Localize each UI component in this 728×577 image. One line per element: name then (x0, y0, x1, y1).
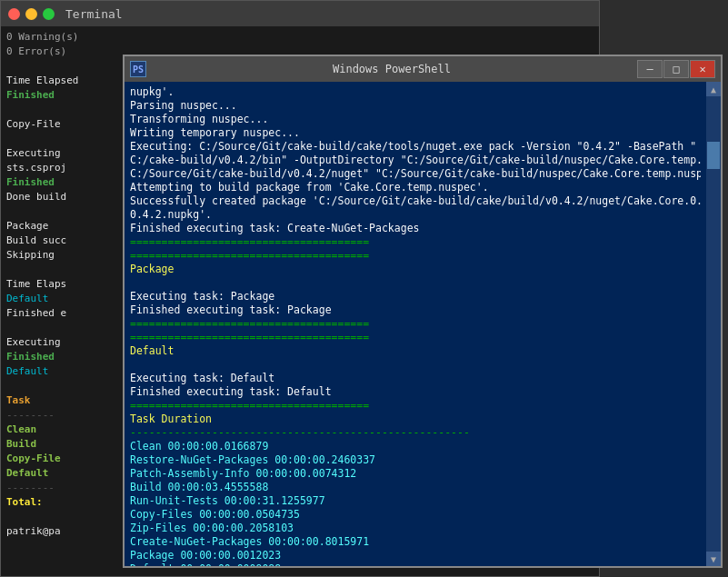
warning-count: 0 Warning(s) (6, 30, 593, 45)
ps-blank-2 (130, 358, 701, 372)
ps-minimize-btn[interactable]: – (637, 60, 663, 78)
ps-line-1: nupkg'. (130, 85, 701, 99)
ps-row-default: Default 00:00:00.0009088 (130, 562, 701, 566)
ps-row-tests: Run-Unit-Tests 00:00:31.1255977 (130, 494, 701, 508)
terminal-titlebar: Terminal (1, 1, 599, 26)
ps-body: nupkg'. Parsing nuspec... Transforming n… (125, 82, 721, 566)
ps-titlebar: PS Windows PowerShell – □ ✕ (125, 56, 721, 82)
ps-scroll-track[interactable] (707, 96, 720, 552)
ps-sep-5: ====================================== (130, 399, 701, 413)
ps-line-2: Parsing nuspec... (130, 99, 701, 113)
ps-table-header: Task Duration (130, 413, 701, 426)
ps-row-build: Build 00:00:03.4555588 (130, 481, 701, 494)
ps-exec-package: Executing task: Package (130, 290, 701, 303)
ps-default-header: Default (130, 344, 701, 358)
ps-scroll-thumb (707, 142, 720, 169)
ps-title: Windows PowerShell (150, 63, 633, 75)
ps-scroll-up[interactable]: ▲ (706, 82, 721, 96)
terminal-max-btn[interactable] (43, 8, 55, 20)
ps-row-restore: Restore-NuGet-Packages 00:00:00.2460337 (130, 453, 701, 467)
ps-row-copyfiles: Copy-Files 00:00:00.0504735 (130, 508, 701, 522)
ps-line-10: 0.4.2.nupkg'. (130, 208, 701, 222)
ps-table-sep-1: ----------------------------------------… (130, 426, 701, 440)
ps-line-8: Attempting to build package from 'Cake.C… (130, 181, 701, 194)
ps-line-4: Writing temporary nuspec... (130, 126, 701, 140)
ps-icon-text: PS (133, 65, 144, 75)
ps-exec-default: Executing task: Default (130, 372, 701, 385)
ps-icon: PS (130, 61, 146, 77)
terminal-close-btn[interactable] (8, 8, 20, 20)
ps-row-nuget: Create-NuGet-Packages 00:00:00.8015971 (130, 535, 701, 549)
ps-package-header: Package (130, 263, 701, 276)
ps-row-package: Package 00:00:00.0012023 (130, 549, 701, 562)
terminal-min-btn[interactable] (25, 8, 37, 20)
ps-line-3: Transforming nuspec... (130, 113, 701, 126)
ps-scroll-down[interactable]: ▼ (706, 552, 721, 566)
ps-row-patch: Patch-Assembly-Info 00:00:00.0074312 (130, 467, 701, 481)
ps-row-clean: Clean 00:00:00.0166879 (130, 440, 701, 453)
ps-close-btn[interactable]: ✕ (690, 60, 715, 78)
ps-line-6: C:/cake-build/v0.4.2/bin" -OutputDirecto… (130, 154, 701, 167)
ps-sep-3: ====================================== (130, 317, 701, 331)
ps-fin-package: Finished executing task: Package (130, 303, 701, 317)
ps-blank-1 (130, 276, 701, 290)
ps-maximize-btn[interactable]: □ (663, 60, 689, 78)
ps-sep-2: ====================================== (130, 249, 701, 263)
ps-line-7: C:/Source/Git/cake-build/v0.4.2/nuget" "… (130, 167, 701, 181)
ps-controls: – □ ✕ (637, 60, 715, 78)
ps-content: nupkg'. Parsing nuspec... Transforming n… (125, 82, 706, 566)
terminal-title: Terminal (65, 7, 123, 21)
ps-sep-4: ====================================== (130, 331, 701, 344)
ps-fin-default: Finished executing task: Default (130, 385, 701, 399)
ps-line-9: Successfully created package 'C:/Source/… (130, 194, 701, 208)
ps-sep-1: ====================================== (130, 235, 701, 249)
ps-row-zipfiles: Zip-Files 00:00:00.2058103 (130, 522, 701, 535)
powershell-window: PS Windows PowerShell – □ ✕ nupkg'. Pars… (123, 55, 723, 568)
ps-line-5: Executing: C:/Source/Git/cake-build/cake… (130, 140, 701, 154)
ps-line-11: Finished executing task: Create-NuGet-Pa… (130, 222, 701, 235)
ps-scrollbar[interactable]: ▲ ▼ (706, 82, 721, 566)
